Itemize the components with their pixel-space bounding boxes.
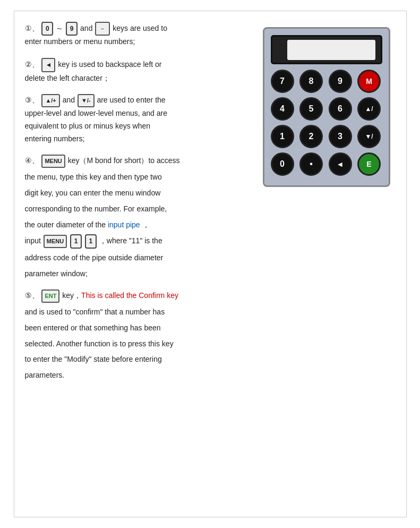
section4-para7: address code of the pipe outside diamete…	[25, 252, 247, 265]
section5-text6: parameters.	[25, 371, 65, 379]
section4-para8: parameter window;	[25, 268, 247, 280]
section5-text5: to enter the "Modify" state before enter…	[25, 355, 162, 363]
inner-content: ①、 0 ～ 9 and － keys are used to enter nu…	[14, 11, 407, 517]
section2-text: key is used to backspace left or	[58, 60, 161, 69]
calc-btn-2[interactable]: 2	[299, 125, 323, 148]
section4-text8: address code of the pipe outside diamete…	[25, 253, 164, 262]
section-2: ②、 ◄ key is used to backspace left or de…	[25, 58, 247, 84]
key-0: 0	[41, 22, 53, 36]
section3-and: and	[63, 96, 77, 104]
key-1b: 1	[85, 234, 97, 248]
section5-para1: ⑤、 ENT key，This is called the Confirm ke…	[25, 289, 247, 303]
section4-text1: key（M bond for short）to access	[68, 157, 180, 165]
calc-btn-5[interactable]: 5	[299, 97, 323, 121]
section2-para: ②、 ◄ key is used to backspace left or de…	[25, 58, 247, 84]
key-menu-2: MENU	[44, 235, 67, 248]
calc-btn-E[interactable]: E	[357, 152, 381, 176]
section4-text7: ，where "11" is the	[99, 236, 162, 245]
key-down: ▼/-	[78, 94, 95, 107]
section4-text5b: ，	[140, 220, 150, 229]
section1-number: ①	[25, 24, 32, 32]
section1-text2: enter numbers or menu numbers;	[25, 37, 135, 46]
calc-btn-back[interactable]: ◄	[329, 152, 352, 176]
calc-display	[271, 35, 382, 64]
section4-text2: the menu, type this key and then type tw…	[25, 173, 162, 181]
key-up: ▲/+	[41, 94, 59, 107]
section4-number: ④	[25, 157, 32, 165]
section4-text6: input	[25, 236, 41, 245]
section4-text5: the outer diameter of the	[25, 220, 108, 229]
calc-btn-8[interactable]: 8	[299, 70, 323, 93]
section-1: ①、 0 ～ 9 and － keys are used to enter nu…	[25, 22, 247, 48]
section4-para3: digit key, you can enter the menu window	[25, 187, 247, 200]
section5-text3: been entered or that something has been	[25, 323, 161, 332]
calc-btn-down[interactable]: ▼/	[357, 125, 381, 148]
key-backspace: ◄	[41, 58, 55, 72]
section2-text2: delete the left character；	[25, 74, 110, 82]
section-4: ④、 MENU key（M bond for short）to access t…	[25, 155, 247, 280]
section1-and: and	[80, 24, 92, 32]
key-1a: 1	[70, 234, 82, 248]
section5-para4: selected. Another function is to press t…	[25, 338, 247, 351]
calc-btn-0[interactable]: 0	[271, 152, 294, 176]
calc-btn-M[interactable]: M	[357, 70, 381, 93]
section4-blue1: input pipe	[108, 220, 140, 229]
section4-para4: corresponding to the number. For example…	[25, 203, 247, 216]
section3-text: are used to enter the	[97, 96, 165, 104]
text-column: ①、 0 ～ 9 and － keys are used to enter nu…	[25, 22, 247, 391]
section4-text4: corresponding to the number. For example…	[25, 205, 167, 213]
calculator: 7 8 9 M 4 5 6 ▲/ 1 2 3 ▼/	[263, 27, 390, 187]
section4-para6: input MENU 1 1 ，where "11" is the	[25, 234, 247, 248]
section4-text3: digit key, you can enter the menu window	[25, 189, 161, 197]
key-minus: －	[95, 22, 110, 36]
section5-para3: been entered or that something has been	[25, 322, 247, 335]
section4-para5: the outer diameter of the input pipe ，	[25, 219, 247, 232]
section4-para1: ④、 MENU key（M bond for short）to access	[25, 155, 247, 168]
section4-para2: the menu, type this key and then type tw…	[25, 171, 247, 184]
section2-number: ②	[25, 60, 32, 69]
calc-btn-3[interactable]: 3	[329, 125, 352, 148]
content-row: ①、 0 ～ 9 and － keys are used to enter nu…	[25, 22, 396, 391]
calc-btn-7[interactable]: 7	[271, 70, 294, 93]
section5-text2: and is used to "confirm" that a number h…	[25, 308, 165, 316]
key-ent: ENT	[41, 289, 59, 303]
section5-para2: and is used to "confirm" that a number h…	[25, 306, 247, 319]
key-9: 9	[66, 22, 78, 36]
calc-btn-dot[interactable]: •	[299, 152, 323, 176]
calc-btn-1[interactable]: 1	[271, 125, 294, 148]
calc-screen	[287, 40, 375, 60]
calc-btn-6[interactable]: 6	[329, 97, 352, 121]
section5-text4: selected. Another function is to press t…	[25, 339, 174, 348]
calc-buttons: 7 8 9 M 4 5 6 ▲/ 1 2 3 ▼/	[271, 70, 382, 176]
section3-text3: equivalent to plus or minus keys when	[25, 122, 151, 130]
section4-text9: parameter window;	[25, 269, 88, 278]
section1-para: ①、 0 ～ 9 and － keys are used to enter nu…	[25, 22, 247, 48]
section5-para5: to enter the "Modify" state before enter…	[25, 353, 247, 366]
section1-text: keys are used to	[113, 24, 167, 32]
section3-number: ③	[25, 96, 32, 104]
section3-para: ③、 ▲/+ and ▼/- are used to enter the upp…	[25, 94, 247, 145]
section-3: ③、 ▲/+ and ▼/- are used to enter the upp…	[25, 94, 247, 145]
section-5: ⑤、 ENT key，This is called the Confirm ke…	[25, 289, 247, 382]
calc-btn-9[interactable]: 9	[329, 70, 352, 93]
key-menu: MENU	[41, 155, 65, 168]
section5-text1: key，	[62, 291, 81, 300]
section5-number: ⑤	[25, 291, 32, 300]
calc-btn-up[interactable]: ▲/	[357, 97, 381, 121]
calculator-column: 7 8 9 M 4 5 6 ▲/ 1 2 3 ▼/	[258, 22, 396, 391]
calc-btn-4[interactable]: 4	[271, 97, 294, 121]
section3-text2: upper-level and lower-level menus, and a…	[25, 109, 167, 117]
section5-red1: This is called the Confirm key	[81, 291, 178, 300]
page-container: ①、 0 ～ 9 and － keys are used to enter nu…	[0, 0, 420, 528]
section5-para6: parameters.	[25, 369, 247, 382]
section3-text4: entering numbers;	[25, 134, 85, 143]
